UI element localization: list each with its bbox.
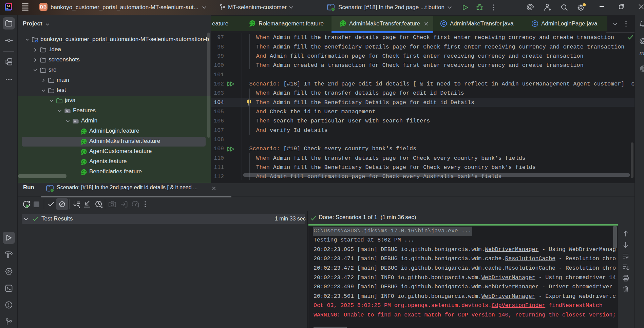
svg-text:IJ: IJ [6, 5, 10, 8]
svg-text:C: C [533, 21, 537, 26]
svg-text:C: C [442, 21, 446, 26]
